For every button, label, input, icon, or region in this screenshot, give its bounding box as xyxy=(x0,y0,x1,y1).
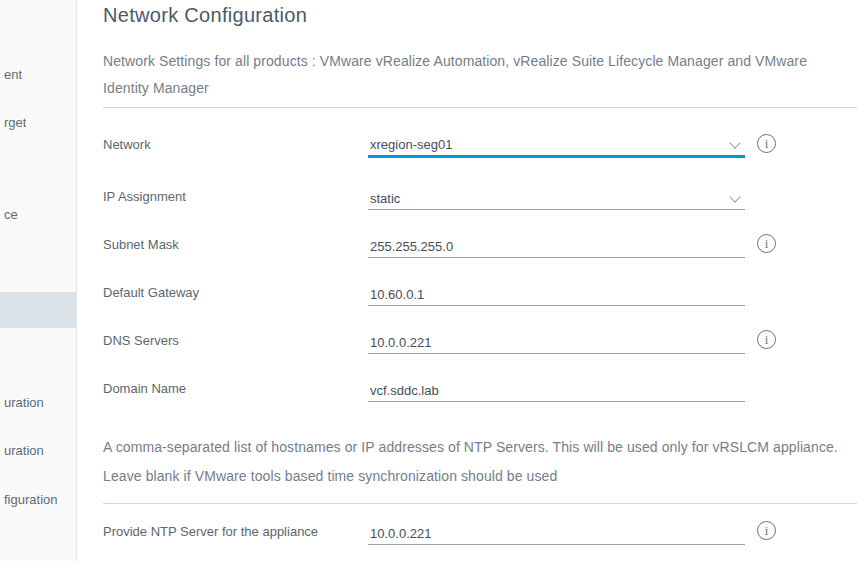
network-label: Network xyxy=(103,131,363,158)
ntp-note-line2: Leave blank if VMware tools based time s… xyxy=(103,462,838,491)
default-gateway-input[interactable]: 10.60.0.1 xyxy=(368,279,745,306)
ntp-server-value: 10.0.0.221 xyxy=(370,526,431,541)
page-title: Network Configuration xyxy=(103,4,307,27)
info-icon[interactable]: i xyxy=(757,330,776,349)
ip-assignment-label: IP Assignment xyxy=(103,183,363,210)
info-glyph: i xyxy=(758,235,775,252)
info-icon[interactable]: i xyxy=(757,234,776,253)
divider-top xyxy=(103,107,857,108)
field-row-network: Network xregion-seg01 i xyxy=(103,131,857,158)
info-glyph: i xyxy=(758,331,775,348)
divider-ntp xyxy=(103,503,857,504)
ip-assignment-select[interactable]: static xyxy=(368,183,745,210)
page-description: Network Settings for all products : VMwa… xyxy=(103,48,807,102)
network-value: xregion-seg01 xyxy=(370,137,452,152)
domain-name-input[interactable]: vcf.sddc.lab xyxy=(368,375,745,402)
sidebar-step-selected[interactable] xyxy=(0,292,76,328)
domain-name-label: Domain Name xyxy=(103,375,363,402)
default-gateway-label: Default Gateway xyxy=(103,279,363,306)
chevron-down-icon xyxy=(729,137,740,148)
sidebar-step[interactable]: rget xyxy=(4,114,26,132)
info-glyph: i xyxy=(758,522,775,539)
field-row-domain-name: Domain Name vcf.sddc.lab xyxy=(103,375,857,402)
dns-servers-value: 10.0.0.221 xyxy=(370,335,431,350)
page-description-line2: Identity Manager xyxy=(103,75,807,102)
subnet-mask-input[interactable]: 255.255.255.0 xyxy=(368,231,745,258)
info-icon[interactable]: i xyxy=(757,134,776,153)
ntp-server-input[interactable]: 10.0.0.221 xyxy=(368,518,745,545)
ip-assignment-value: static xyxy=(370,191,400,206)
ntp-note: A comma-separated list of hostnames or I… xyxy=(103,433,838,491)
field-row-dns-servers: DNS Servers 10.0.0.221 i xyxy=(103,327,857,354)
sidebar-step[interactable]: uration xyxy=(4,394,44,412)
network-select[interactable]: xregion-seg01 xyxy=(368,131,745,158)
chevron-down-icon xyxy=(729,191,740,202)
field-row-default-gateway: Default Gateway 10.60.0.1 xyxy=(103,279,857,306)
dns-servers-input[interactable]: 10.0.0.221 xyxy=(368,327,745,354)
field-row-subnet-mask: Subnet Mask 255.255.255.0 i xyxy=(103,231,857,258)
default-gateway-value: 10.60.0.1 xyxy=(370,287,424,302)
info-icon[interactable]: i xyxy=(757,521,776,540)
page-description-line1: Network Settings for all products : VMwa… xyxy=(103,48,807,75)
dns-servers-label: DNS Servers xyxy=(103,327,363,354)
sidebar-step[interactable]: uration xyxy=(4,442,44,460)
subnet-mask-value: 255.255.255.0 xyxy=(370,239,453,254)
ntp-note-line1: A comma-separated list of hostnames or I… xyxy=(103,433,838,462)
ntp-server-label: Provide NTP Server for the appliance xyxy=(103,518,363,545)
field-row-ntp-server: Provide NTP Server for the appliance 10.… xyxy=(103,518,857,545)
subnet-mask-label: Subnet Mask xyxy=(103,231,363,258)
network-configuration-screen: ent rget ce uration uration figuration N… xyxy=(0,0,857,561)
field-row-ip-assignment: IP Assignment static xyxy=(103,183,857,210)
sidebar-step[interactable]: figuration xyxy=(4,491,57,509)
sidebar-step[interactable]: ent xyxy=(4,66,22,84)
domain-name-value: vcf.sddc.lab xyxy=(370,383,439,398)
info-glyph: i xyxy=(758,135,775,152)
wizard-steps-sidebar: ent rget ce uration uration figuration xyxy=(0,0,77,561)
sidebar-step[interactable]: ce xyxy=(4,206,18,224)
